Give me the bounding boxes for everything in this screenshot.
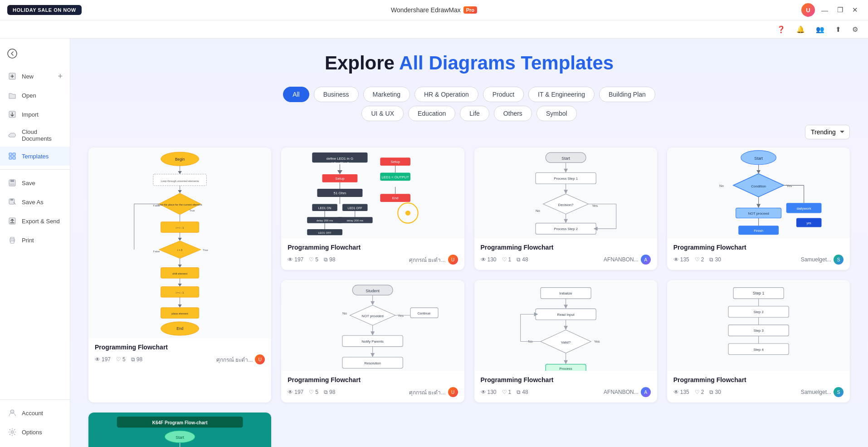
svg-marker-21 [178,171,181,174]
holiday-sale-button[interactable]: HOLIDAY SALE ON NOW [7,5,82,15]
template-card-5[interactable]: Student NOT provided No Yes Notify Paren… [281,280,464,403]
title-blue: All Diagrams Templates [399,52,614,74]
sidebar-item-cloud[interactable]: Cloud Documents [0,124,70,147]
main-layout: New + Open Import [0,39,868,447]
templates-label: Templates [22,153,49,160]
filter-others[interactable]: Others [494,106,532,121]
card-info-1: Programming Flowchart 👁 197 ♡ 5 ⧉ 98 [88,338,271,370]
svg-text:Process: Process [559,367,572,371]
svg-point-15 [14,240,15,241]
svg-text:No: No [719,184,724,188]
svg-text:Valid?: Valid? [561,340,571,344]
user-avatar[interactable]: U [801,3,815,17]
eye-icon-6: 👁 [481,389,486,395]
heart-icon-4: ♡ [695,256,700,263]
svg-text:End: End [392,196,399,200]
print-icon [7,235,17,245]
views-1: 👁 197 [95,356,111,363]
sidebar-item-options[interactable]: Options [0,422,70,442]
svg-text:Loop through unsorted elements: Loop through unsorted elements [161,180,199,182]
svg-marker-34 [178,238,181,241]
svg-rect-14 [10,241,14,243]
filter-life[interactable]: Life [460,106,489,121]
back-icon [7,49,17,59]
template-card-6[interactable]: Initialize Read Input Valid? No Yes [474,280,657,403]
template-card-3[interactable]: Start Process Step 1 Decision? No Yes [474,147,657,270]
author-2: ศุกกรณ์ ยะดำ... U [409,255,458,265]
svg-text:Read Input: Read Input [557,313,575,317]
author-avatar-4: S [834,255,844,265]
print-label: Print [22,237,34,244]
eye-icon-4: 👁 [673,256,679,263]
sidebar-item-export[interactable]: Export & Send [0,211,70,231]
svg-text:True: True [190,209,195,212]
template-card-8[interactable]: K64F Program Flow-chart Start Read UART … [88,413,271,447]
filter-education[interactable]: Education [408,106,455,121]
filter-hr[interactable]: HR & Operation [414,87,478,102]
svg-text:Setup: Setup [336,177,345,181]
svg-marker-144 [371,353,375,357]
svg-marker-44 [178,284,181,287]
filter-marketing[interactable]: Marketing [363,87,410,102]
card-title-4: Programming Flowchart [673,244,844,251]
card-meta-1: 👁 197 ♡ 5 ⧉ 98 ศุกกรณ์ ยะดำ... [95,354,265,364]
likes-4: ♡ 2 [695,256,704,263]
template-card-7[interactable]: Step 1 Step 2 Step 3 Step 4 Programming … [667,280,850,403]
sidebar-item-templates[interactable]: Templates [0,147,70,166]
sidebar-item-account[interactable]: Account [0,403,70,422]
svg-text:Begin: Begin [175,157,185,162]
svg-rect-8 [10,180,14,182]
svg-text:Step 4: Step 4 [753,348,764,352]
back-button[interactable] [0,44,70,63]
sidebar-item-print[interactable]: Print [0,231,70,250]
filter-all[interactable]: All [283,87,309,102]
card-preview-4: Start Condition No Yes dailywork yes [667,147,850,238]
close-button[interactable]: ✕ [849,4,861,16]
help-button[interactable]: ❓ [774,24,788,35]
filter-ui[interactable]: UI & UX [361,106,404,121]
filter-it[interactable]: IT & Engineering [528,87,595,102]
copies-2: ⧉ 98 [324,256,335,263]
minimize-button[interactable]: — [819,5,831,16]
share-button[interactable]: 👥 [813,24,827,35]
template-grid: Begin Loop through unsorted elements Fin… [88,147,850,447]
import-label: Import [22,111,39,118]
copy-icon-3: ⧉ [517,256,521,263]
filter-symbol[interactable]: Symbol [536,106,577,121]
svg-text:Yes: Yes [398,314,404,318]
svg-marker-140 [371,331,375,335]
card-meta-6: 👁 130 ♡ 1 ⧉ 48 AFNANBON... [481,387,651,397]
template-card-4[interactable]: Start Condition No Yes dailywork yes [667,147,850,270]
sidebar-item-save[interactable]: Save [0,173,70,192]
titlebar-left: HOLIDAY SALE ON NOW [7,5,82,15]
svg-text:delay 200 ms: delay 200 ms [317,219,333,222]
card-preview-5: Student NOT provided No Yes Notify Paren… [281,280,464,371]
filter-business[interactable]: Business [314,87,359,102]
svg-text:Start: Start [561,156,570,161]
copy-icon-7: ⧉ [709,389,713,395]
template-card-2[interactable]: define LED1 in G define S1 = 0 Setup 51 … [281,147,464,270]
notification-button[interactable]: 🔔 [794,24,808,35]
card-preview-7: Step 1 Step 2 Step 3 Step 4 [667,280,850,371]
svg-text:delay 200 ms: delay 200 ms [347,219,363,222]
upload-button[interactable]: ⬆ [833,24,844,35]
filter-product[interactable]: Product [483,87,524,102]
sidebar-item-open[interactable]: Open [0,86,70,105]
copies-6: ⧉ 48 [517,389,528,395]
template-card-1[interactable]: Begin Loop through unsorted elements Fin… [88,147,271,403]
card-info-3: Programming Flowchart 👁 130 ♡ 1 ⧉ 48 [474,238,657,270]
author-3: AFNANBON... A [604,255,651,265]
export-icon [7,216,17,226]
svg-rect-6 [13,157,15,159]
filter-building[interactable]: Building Plan [599,87,655,102]
author-7: Samuelget... S [801,387,844,397]
sidebar-item-import[interactable]: Import [0,105,70,124]
maximize-button[interactable]: ❐ [834,4,846,16]
sort-select[interactable]: Trending Newest Popular [805,125,850,139]
cloud-icon [7,130,17,140]
svg-text:i > 0: i > 0 [177,249,183,251]
sidebar-item-new[interactable]: New + [0,67,70,86]
svg-text:Step 3: Step 3 [753,329,763,333]
settings-button[interactable]: ⚙ [849,24,861,35]
sidebar-item-save-as[interactable]: Save As [0,192,70,211]
